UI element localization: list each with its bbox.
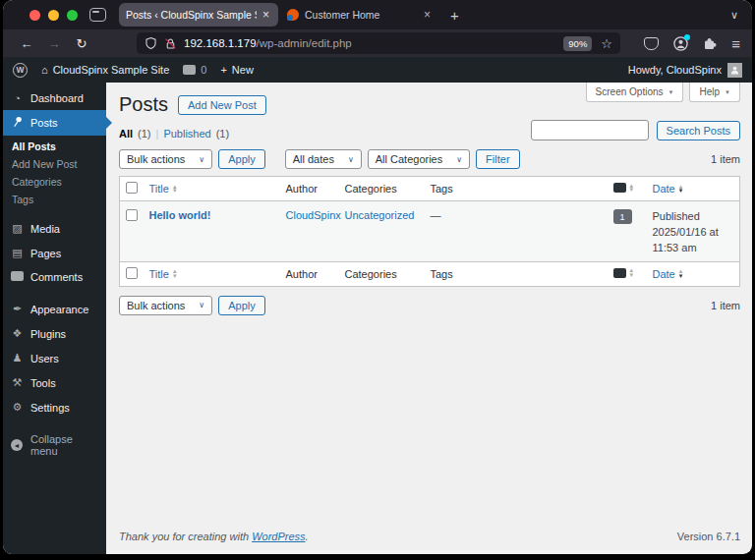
view-separator: | [156,128,159,140]
post-title-link[interactable]: Hello world! [149,209,211,221]
sidebar-item-comments[interactable]: Comments [3,265,106,289]
help-button[interactable]: Help ▼ [689,83,740,102]
row-checkbox[interactable] [126,209,138,221]
extensions-icon[interactable] [703,36,717,50]
forward-button[interactable]: → [40,36,68,51]
toolbar-icons: ≡ [644,35,740,52]
url-host: 192.168.1.179 [184,37,257,49]
screen-options-button[interactable]: Screen Options ▼ [586,83,684,102]
submenu-item-all-posts[interactable]: All Posts [3,138,106,155]
bookmark-star-icon[interactable]: ☆ [601,36,612,51]
insecure-lock-icon[interactable] [164,37,177,50]
tab-customer-home[interactable]: Customer Home × [280,3,439,27]
site-name-menu[interactable]: ⌂ CloudSpinx Sample Site [41,64,169,76]
sidebar-item-users[interactable]: ♟ Users [3,346,106,370]
comment-count-badge[interactable]: 1 [613,209,632,224]
reload-button[interactable]: ↻ [68,36,95,51]
sidebar-item-appearance[interactable]: ✒ Appearance [3,297,106,321]
submenu-item-add-new-post[interactable]: Add New Post [3,155,106,173]
account-icon[interactable] [673,36,688,51]
wordpress-logo-icon[interactable]: W [13,63,28,78]
categories-filter-select[interactable]: All Categories ∨ [368,149,470,169]
back-button[interactable]: ← [13,36,40,51]
appearance-icon: ✒ [11,303,24,315]
sort-title-header[interactable]: Title▴▾ [149,183,177,195]
account-menu[interactable]: Howdy, CloudSpinx [628,63,742,78]
sort-comments-header[interactable]: ▴▾ [613,183,634,193]
items-count: 1 item [711,153,740,165]
close-tab-icon[interactable]: × [261,8,271,22]
zoom-level-badge[interactable]: 90% [563,36,592,51]
post-author-link[interactable]: CloudSpinx [286,209,341,221]
post-category-link[interactable]: Uncategorized [345,209,415,221]
view-all-link[interactable]: All [119,128,133,140]
submenu-item-tags[interactable]: Tags [3,191,106,208]
zoom-window-button[interactable] [67,10,78,21]
search-posts-button[interactable]: Search Posts [657,121,740,140]
comments-menu[interactable]: 0 [183,64,206,76]
close-window-button[interactable] [29,10,40,21]
tracking-protection-shield-icon[interactable] [145,36,157,50]
select-all-checkbox[interactable] [126,267,138,279]
add-new-post-button[interactable]: Add New Post [178,95,266,115]
tablenav-top: Bulk actions ∨ Apply All dates ∨ All Cat… [119,149,740,169]
select-all-checkbox[interactable] [126,182,138,194]
sidebar-separator [3,289,106,297]
sidebar-item-plugins[interactable]: ❖ Plugins [3,321,106,346]
sidebar-item-pages[interactable]: ▤ Pages [3,241,106,265]
tab-posts-admin[interactable]: Posts ‹ CloudSpinx Sample Site — W × [119,3,278,27]
pocket-icon[interactable] [644,37,659,50]
chevron-down-icon: ∨ [199,301,204,309]
search-input[interactable] [531,120,649,140]
categories-header: Categories [339,177,425,201]
filter-button[interactable]: Filter [476,149,519,169]
dates-filter-select[interactable]: All dates ∨ [285,149,362,169]
sidebar-item-tools[interactable]: ⚒ Tools [3,370,106,395]
sort-date-header[interactable]: Date▴▾ [653,183,683,195]
new-content-menu[interactable]: + New [220,64,253,76]
submenu-item-categories[interactable]: Categories [3,173,106,191]
categories-filter-label: All Categories [376,153,442,165]
sort-icons: ▴▾ [630,268,634,277]
sidebar-item-posts[interactable]: Posts [3,110,106,136]
new-tab-button[interactable]: + [440,7,469,24]
apply-button[interactable]: Apply [218,296,265,315]
screen-options-label: Screen Options [596,86,664,97]
sort-comments-header[interactable]: ▴▾ [613,268,634,278]
comments-column-icon [613,268,626,278]
howdy-text: Howdy, CloudSpinx [628,64,722,76]
list-tabs-chevron-icon[interactable]: ∨ [730,9,738,22]
view-published-count: (1) [216,128,229,140]
footer-thanks: Thank you for creating with WordPress. [119,531,309,542]
bulk-actions-label: Bulk actions [127,153,185,165]
plus-icon: + [220,64,226,76]
close-tab-icon[interactable]: × [422,8,433,22]
sort-date-header[interactable]: Date▴▾ [653,268,683,280]
view-filter-links: All (1) | Published (1) [119,128,229,140]
minimize-window-button[interactable] [48,10,59,21]
firefox-view-icon[interactable] [89,8,106,22]
date-header-label: Date [653,268,675,280]
sidebar-item-dashboard[interactable]: ◔ Dashboard [3,86,106,110]
view-all-count: (1) [138,128,150,140]
bulk-actions-select[interactable]: Bulk actions ∨ [119,149,212,169]
users-icon: ♟ [11,352,24,364]
apply-button[interactable]: Apply [218,149,265,169]
sidebar-item-media[interactable]: ▨ Media [3,216,106,241]
post-tags-cell: — [425,201,608,262]
posts-submenu: All Posts Add New Post Categories Tags [3,136,106,216]
menu-icon[interactable]: ≡ [731,35,740,52]
categories-header: Categories [339,261,425,286]
tools-icon: ⚒ [11,376,24,389]
wordpress-link[interactable]: WordPress [252,531,305,542]
wp-admin-bar: W ⌂ CloudSpinx Sample Site 0 + New Howdy… [3,57,752,83]
url-bar[interactable]: 192.168.1.179/wp-admin/edit.php 90% ☆ [137,32,620,54]
sidebar-item-label: Users [30,353,59,364]
view-published-link[interactable]: Published [163,128,210,140]
page-title: Posts [119,93,168,116]
bulk-actions-select[interactable]: Bulk actions ∨ [119,296,212,315]
sort-title-header[interactable]: Title▴▾ [149,268,177,280]
sidebar-item-settings[interactable]: ⚙ Settings [3,395,106,420]
sidebar-item-collapse-menu[interactable]: ◄ Collapse menu [3,427,106,463]
settings-icon: ⚙ [11,401,24,414]
